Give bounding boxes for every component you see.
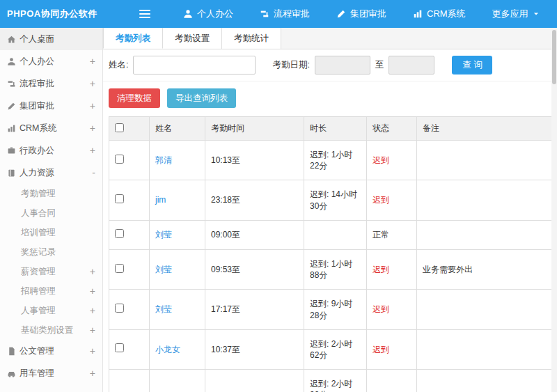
table-row: 小龙女10:37至迟到: 2小时62分迟到 — [109, 329, 552, 369]
note: 1111 — [417, 370, 552, 392]
vertical-scrollbar[interactable] — [551, 29, 557, 392]
status-text: 迟到 — [367, 329, 417, 369]
sidebar-item[interactable]: 流程审批+ — [0, 72, 102, 95]
tab-attendance-settings[interactable]: 考勤设置 — [163, 28, 222, 49]
employee-name-link[interactable]: 刘莹 — [155, 304, 172, 314]
expand-toggle-icon[interactable]: + — [87, 305, 95, 316]
employee-name-link[interactable]: jim — [155, 195, 166, 205]
expand-toggle-icon[interactable]: + — [87, 324, 95, 336]
edit-icon — [7, 102, 19, 111]
attendance-time: 10:13至 — [205, 141, 304, 180]
flow-icon — [7, 79, 19, 88]
clean-data-button[interactable]: 清理数据 — [109, 88, 160, 108]
status-text: 迟到 — [367, 249, 417, 289]
employee-name-link[interactable]: 小龙女 — [155, 345, 180, 354]
chart-icon — [7, 124, 19, 133]
employee-name-link[interactable]: 郭清 — [155, 155, 172, 165]
status-text: 迟到 — [367, 290, 417, 329]
chart-icon — [413, 9, 423, 19]
attendance-time: 09:00至 — [205, 220, 304, 249]
date-filter-label: 考勤日期: — [272, 59, 309, 71]
sidebar-item[interactable]: 行政办公+ — [0, 139, 102, 162]
search-button[interactable]: 查 询 — [452, 56, 492, 75]
nav-crm-system[interactable]: CRM系统 — [400, 0, 479, 28]
content: 考勤列表 考勤设置 考勤统计 姓名: 考勤日期: 至 查 询 清理数据 导出查询… — [103, 28, 557, 392]
row-checkbox[interactable] — [115, 343, 124, 352]
sidebar-subitem[interactable]: 招聘管理+ — [0, 281, 102, 301]
nav-workflow-approval[interactable]: 流程审批 — [246, 0, 323, 28]
scrollbar-thumb[interactable] — [552, 30, 556, 84]
tab-bar: 考勤列表 考勤设置 考勤统计 — [103, 28, 557, 49]
export-list-button[interactable]: 导出查询列表 — [167, 88, 236, 108]
sidebar-subitem[interactable]: 考勤管理 — [0, 184, 102, 203]
expand-toggle-icon[interactable]: + — [87, 56, 95, 67]
briefcase-icon — [7, 146, 19, 155]
duration — [304, 220, 367, 249]
nav-more-apps[interactable]: 更多应用 — [479, 0, 553, 28]
attendance-time: 23:18至 — [205, 180, 304, 220]
sidebar-item[interactable]: 人力资源- — [0, 162, 102, 184]
name-input[interactable] — [133, 56, 256, 75]
sidebar-subitem[interactable]: 薪资管理+ — [0, 262, 102, 281]
row-checkbox[interactable] — [115, 229, 124, 238]
status-text: 迟到 — [367, 180, 417, 220]
row-checkbox[interactable] — [115, 304, 124, 313]
date-to-label: 至 — [375, 59, 384, 71]
hamburger-menu-icon[interactable] — [139, 8, 150, 20]
table-row: 刘莹09:53至迟到: 1小时88分迟到业务需要外出 — [109, 249, 552, 289]
sidebar-subitem[interactable]: 奖惩记录 — [0, 242, 102, 262]
name-filter-label: 姓名: — [109, 59, 128, 71]
expand-toggle-icon[interactable]: + — [87, 368, 95, 379]
table-row: 郭清10:13至迟到: 1小时22分迟到 — [109, 141, 552, 180]
sidebar-item[interactable]: 集团审批+ — [0, 95, 102, 117]
employee-name-link[interactable]: 刘莹 — [155, 265, 172, 274]
sidebar-item[interactable]: CRM系统+ — [0, 117, 102, 139]
table-body: 郭清10:13至迟到: 1小时22分迟到jim23:18至迟到: 14小时30分… — [109, 141, 552, 392]
expand-toggle-icon[interactable]: + — [87, 266, 95, 277]
expand-toggle-icon[interactable]: - — [87, 167, 95, 178]
app-window: PHPOA协同办公软件 个人办公 流程审批 集团审批 CRM系统 更多应用 — [0, 0, 557, 392]
expand-toggle-icon[interactable]: + — [87, 123, 95, 134]
attendance-time: 10:54至10:54 — [205, 370, 304, 392]
flow-icon — [260, 9, 269, 19]
date-from-input[interactable] — [315, 56, 370, 75]
column-header: 状态 — [367, 117, 417, 141]
tab-attendance-list[interactable]: 考勤列表 — [103, 28, 163, 49]
employee-name-link[interactable]: 刘莹 — [155, 230, 172, 240]
select-all-checkbox[interactable] — [115, 123, 124, 132]
duration: 迟到: 14小时30分 — [304, 180, 367, 220]
sidebar-subitem[interactable]: 基础类别设置+ — [0, 320, 102, 340]
note — [417, 220, 552, 249]
row-checkbox[interactable] — [115, 264, 124, 273]
sidebar-subitem[interactable]: 人事管理+ — [0, 301, 102, 320]
nav-group-approval[interactable]: 集团审批 — [323, 0, 400, 28]
expand-toggle-icon[interactable]: + — [87, 145, 95, 156]
date-to-input[interactable] — [389, 56, 434, 75]
expand-toggle-icon[interactable]: + — [87, 345, 95, 356]
note — [417, 180, 552, 220]
note: 业务需要外出 — [417, 249, 552, 289]
edit-icon — [336, 9, 346, 19]
row-checkbox[interactable] — [115, 155, 124, 164]
duration: 迟到: 2小时90分早退: 7小时10分 — [304, 370, 367, 392]
sidebar-item[interactable]: 公文管理+ — [0, 340, 102, 362]
sidebar-item[interactable]: 用车管理+ — [0, 362, 102, 384]
caret-down-icon — [533, 10, 540, 17]
sidebar-subitem[interactable]: 人事合同 — [0, 203, 102, 223]
attendance-time: 10:37至 — [205, 329, 304, 369]
expand-toggle-icon[interactable]: + — [87, 100, 95, 111]
column-header: 姓名 — [150, 117, 205, 141]
sidebar-item[interactable]: 个人桌面 — [0, 28, 102, 50]
nav-personal-office[interactable]: 个人办公 — [170, 0, 246, 28]
status-text: 迟到 — [367, 141, 417, 180]
main-nav: 个人办公 流程审批 集团审批 CRM系统 更多应用 — [170, 0, 553, 28]
sidebar-item[interactable]: 个人办公+ — [0, 50, 102, 72]
tab-attendance-stats[interactable]: 考勤统计 — [222, 28, 281, 49]
doc-icon — [7, 347, 19, 356]
sidebar-subitem[interactable]: 培训管理 — [0, 223, 102, 242]
expand-toggle-icon[interactable]: + — [87, 285, 95, 297]
attendance-time: 17:17至 — [205, 290, 304, 329]
expand-toggle-icon[interactable]: + — [87, 78, 95, 89]
row-checkbox[interactable] — [115, 194, 124, 203]
filter-bar: 姓名: 考勤日期: 至 查 询 — [103, 49, 557, 81]
